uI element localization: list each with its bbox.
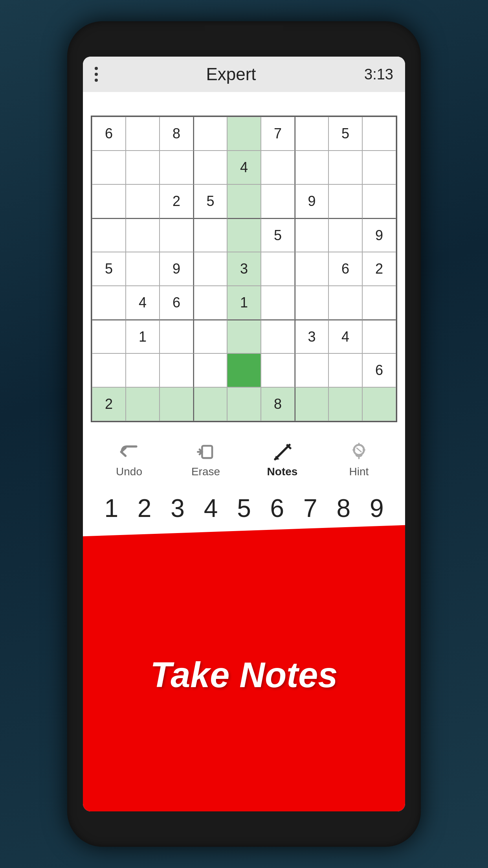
sudoku-cell[interactable] [328, 286, 362, 320]
sudoku-cell[interactable] [193, 218, 227, 252]
sudoku-cell[interactable]: 5 [261, 218, 295, 252]
sudoku-cell[interactable] [160, 151, 193, 184]
sudoku-cell[interactable]: 8 [160, 117, 193, 151]
sudoku-cell[interactable] [328, 184, 362, 218]
sudoku-cell[interactable] [295, 387, 328, 421]
sudoku-cell[interactable] [295, 252, 328, 286]
sudoku-cell[interactable] [193, 387, 227, 421]
number-button-3[interactable]: 3 [162, 494, 193, 523]
sudoku-cell[interactable]: 6 [92, 117, 126, 151]
sudoku-cell[interactable] [261, 151, 295, 184]
sudoku-cell[interactable] [193, 286, 227, 320]
sudoku-cell[interactable]: 9 [362, 218, 396, 252]
sudoku-cell[interactable]: 6 [328, 252, 362, 286]
sudoku-cell[interactable]: 8 [261, 387, 295, 421]
sudoku-cell[interactable] [362, 387, 396, 421]
notes-button[interactable]: Notes [263, 442, 302, 478]
sudoku-cell[interactable]: 2 [92, 387, 126, 421]
sudoku-cell[interactable] [261, 286, 295, 320]
sudoku-cell[interactable] [362, 320, 396, 353]
sudoku-cell[interactable] [126, 387, 160, 421]
sudoku-cell[interactable] [328, 218, 362, 252]
sudoku-cell[interactable]: 6 [362, 353, 396, 387]
sudoku-cell[interactable] [126, 117, 160, 151]
sudoku-cell[interactable] [160, 353, 193, 387]
sudoku-cell[interactable] [126, 151, 160, 184]
phone-notch [205, 25, 283, 37]
erase-button[interactable]: Erase [186, 442, 226, 478]
top-bar: Expert 3:13 [83, 57, 405, 92]
svg-line-4 [275, 445, 290, 459]
sudoku-cell[interactable] [227, 218, 261, 252]
sudoku-cell[interactable] [126, 184, 160, 218]
number-button-9[interactable]: 9 [361, 494, 393, 523]
sudoku-cell[interactable]: 3 [295, 320, 328, 353]
sudoku-cell[interactable] [193, 151, 227, 184]
sudoku-cell[interactable]: 6 [160, 286, 193, 320]
sudoku-cell[interactable] [362, 117, 396, 151]
sudoku-cell[interactable] [362, 286, 396, 320]
sudoku-cell[interactable] [92, 286, 126, 320]
sudoku-cell[interactable] [92, 184, 126, 218]
sudoku-cell[interactable] [126, 252, 160, 286]
sudoku-cell[interactable]: 2 [160, 184, 193, 218]
sudoku-cell[interactable]: 5 [193, 184, 227, 218]
sudoku-cell[interactable] [295, 353, 328, 387]
menu-button[interactable] [95, 67, 98, 82]
sudoku-cell[interactable] [92, 151, 126, 184]
sudoku-cell[interactable] [362, 184, 396, 218]
sudoku-cell[interactable] [227, 184, 261, 218]
number-button-4[interactable]: 4 [195, 494, 227, 523]
sudoku-cell[interactable]: 3 [227, 252, 261, 286]
number-button-6[interactable]: 6 [261, 494, 293, 523]
sudoku-cell[interactable]: 1 [126, 320, 160, 353]
sudoku-cell[interactable] [160, 218, 193, 252]
sudoku-cell[interactable] [328, 353, 362, 387]
sudoku-cell[interactable] [362, 151, 396, 184]
number-button-5[interactable]: 5 [228, 494, 260, 523]
sudoku-cell[interactable]: 5 [92, 252, 126, 286]
sudoku-cell[interactable] [328, 387, 362, 421]
sudoku-cell[interactable] [193, 252, 227, 286]
sudoku-cell[interactable] [92, 218, 126, 252]
sudoku-cell[interactable] [261, 320, 295, 353]
sudoku-cell[interactable] [295, 286, 328, 320]
sudoku-cell[interactable] [261, 353, 295, 387]
sudoku-cell[interactable] [193, 117, 227, 151]
number-pad: 123456789 [91, 486, 397, 531]
sudoku-cell[interactable] [160, 320, 193, 353]
sudoku-cell[interactable] [227, 320, 261, 353]
sudoku-cell[interactable] [295, 117, 328, 151]
sudoku-cell[interactable]: 7 [261, 117, 295, 151]
number-button-2[interactable]: 2 [129, 494, 160, 523]
undo-button[interactable]: Undo [110, 442, 149, 478]
sudoku-cell[interactable] [92, 353, 126, 387]
hint-button[interactable]: Hint [339, 442, 379, 478]
sudoku-cell[interactable]: 5 [328, 117, 362, 151]
sudoku-cell[interactable]: 4 [328, 320, 362, 353]
sudoku-cell[interactable] [160, 387, 193, 421]
sudoku-cell[interactable] [92, 320, 126, 353]
sudoku-cell[interactable] [126, 218, 160, 252]
sudoku-cell[interactable] [295, 151, 328, 184]
sudoku-cell[interactable]: 1 [227, 286, 261, 320]
sudoku-cell[interactable] [295, 218, 328, 252]
sudoku-cell[interactable]: 9 [160, 252, 193, 286]
sudoku-cell[interactable] [227, 353, 261, 387]
sudoku-cell[interactable] [126, 353, 160, 387]
sudoku-cell[interactable] [261, 252, 295, 286]
sudoku-cell[interactable] [193, 320, 227, 353]
sudoku-cell[interactable] [193, 353, 227, 387]
sudoku-cell[interactable] [227, 117, 261, 151]
sudoku-cell[interactable]: 9 [295, 184, 328, 218]
sudoku-cell[interactable] [261, 184, 295, 218]
number-button-1[interactable]: 1 [95, 494, 127, 523]
sudoku-cell[interactable] [328, 151, 362, 184]
sudoku-cell[interactable] [227, 387, 261, 421]
action-buttons: Undo Erase [91, 438, 397, 486]
sudoku-cell[interactable]: 4 [126, 286, 160, 320]
number-button-7[interactable]: 7 [295, 494, 326, 523]
number-button-8[interactable]: 8 [328, 494, 359, 523]
sudoku-cell[interactable]: 2 [362, 252, 396, 286]
sudoku-cell[interactable]: 4 [227, 151, 261, 184]
